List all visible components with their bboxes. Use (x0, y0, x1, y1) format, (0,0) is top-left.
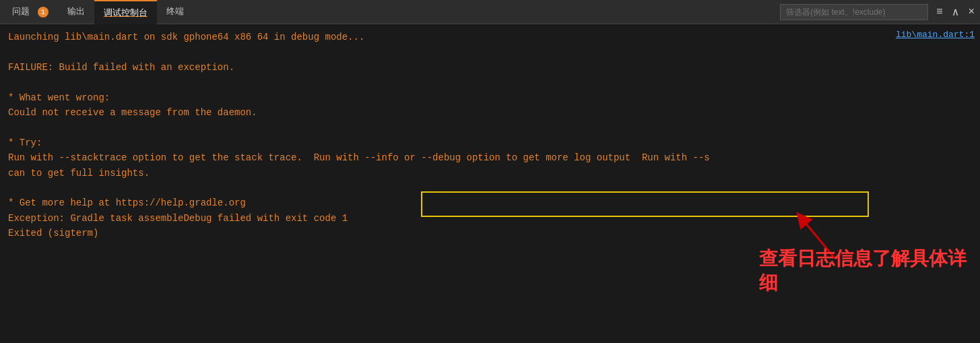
file-reference[interactable]: lib\main.dart:1 (896, 30, 975, 40)
tab-output[interactable]: 输出 (58, 0, 94, 24)
tab-bar: 问题 1 输出 调试控制台 终端 ≡ ∧ × (0, 0, 980, 24)
tab-debug-console-label: 调试控制台 (104, 8, 148, 18)
tab-debug-console[interactable]: 调试控制台 (94, 0, 157, 24)
line-9: Run with --stacktrace option to get the … (8, 152, 710, 163)
filter-input[interactable] (780, 4, 928, 20)
tab-issues-label: 问题 (12, 7, 30, 17)
tab-terminal-label: 终端 (166, 7, 184, 17)
line-8: * Try: (8, 137, 42, 148)
console-output: Launching lib\main.dart on sdk gphone64 … (8, 30, 972, 241)
tab-terminal[interactable]: 终端 (157, 0, 193, 24)
close-icon[interactable]: × (965, 6, 977, 18)
issues-badge: 1 (38, 7, 48, 18)
line-6: Could not receive a message from the dae… (8, 107, 257, 118)
tab-issues[interactable]: 问题 1 (3, 0, 58, 24)
tab-output-label: 输出 (67, 7, 85, 17)
tab-bar-icons: ≡ ∧ × (934, 5, 977, 19)
line-10: can to get full insights. (8, 168, 150, 179)
tab-bar-right: ≡ ∧ × (780, 4, 977, 20)
line-1: Launching lib\main.dart on sdk gphone64 … (8, 32, 364, 42)
up-icon[interactable]: ∧ (950, 5, 962, 19)
line-5: * What went wrong: (8, 92, 110, 103)
lines-icon[interactable]: ≡ (934, 6, 946, 18)
console-area: lib\main.dart:1 Launching lib\main.dart … (0, 24, 980, 343)
line-13: Exception: Gradle task assembleDebug fai… (8, 213, 348, 224)
line-3: FAILURE: Build failed with an exception. (8, 62, 234, 73)
line-12: * Get more help at https://help.gradle.o… (8, 197, 246, 208)
annotation-text: 查看日志信息了解具体详细 (759, 247, 967, 296)
line-14: Exited (sigterm) (8, 228, 98, 239)
